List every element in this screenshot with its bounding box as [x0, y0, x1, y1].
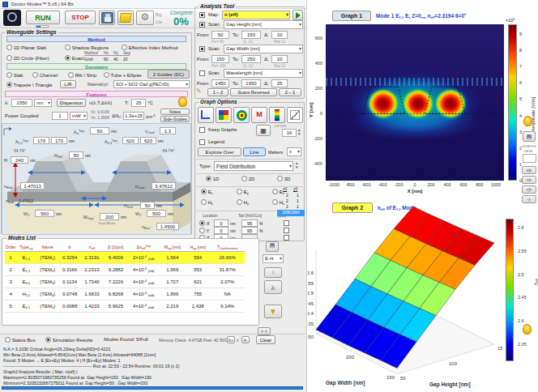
settings-button[interactable]: ⚙ — [136, 11, 154, 25]
loc-y-tail-input[interactable]: 95 — [241, 227, 258, 234]
graph2-surface-plot[interactable]: 250200150501001502.62.552.52.452.42.35Ga… — [308, 199, 502, 392]
keep-graphs-checkbox[interactable] — [199, 127, 205, 133]
save-button[interactable] — [99, 11, 115, 25]
font-bigger-button[interactable]: A+ — [227, 336, 235, 343]
lamp-icon[interactable] — [523, 116, 532, 126]
radio-effective-index[interactable]: Effective Index Method — [122, 45, 178, 50]
map-checkbox[interactable] — [199, 12, 205, 18]
a34-input-2[interactable]: 620 — [140, 137, 156, 144]
scan2-param-select[interactable]: Gap Width [nm] — [224, 45, 303, 53]
lambda-unit-select[interactable]: nm — [34, 99, 52, 107]
table-row[interactable]: 5E4,1(TEM5)0.00881.42335.96254×10-4 (std… — [5, 300, 245, 313]
lamp-icon[interactable] — [523, 324, 532, 334]
strip-button-2[interactable]: >|< — [522, 176, 536, 184]
w2-input[interactable]: 500 — [147, 210, 166, 217]
plot-line-button[interactable]: M — [251, 107, 267, 123]
explore-over-button[interactable]: Explore Over — [198, 147, 241, 156]
pencil-icon[interactable]: ✎ — [196, 87, 202, 95]
scan2-to-input[interactable]: 250 — [241, 55, 261, 63]
legend-checkbox[interactable] — [199, 139, 205, 145]
delta-nc-input[interactable]: 1.3e+15 — [123, 112, 144, 120]
spin-input[interactable]: 16 — [282, 129, 297, 137]
scan2-checkbox[interactable] — [199, 46, 205, 52]
radio-2d-circle-fiber[interactable]: 2D Circle (Fiber) — [6, 55, 49, 61]
plot-white-button[interactable] — [287, 107, 303, 123]
swap-2-1-button[interactable]: 2↔1 — [279, 88, 301, 96]
export-graph-button[interactable]: ▤ — [523, 131, 536, 142]
scroll-top-button[interactable]: « — [264, 267, 282, 278]
scroll-up-button[interactable]: ▲ — [264, 280, 282, 294]
strip-input[interactable] — [523, 154, 536, 163]
table-row[interactable]: 1E1,1(TEM1)0.32942.31919.40062×10-4 (std… — [5, 252, 245, 264]
stop-button[interactable]: STOP — [65, 11, 96, 24]
two-guides-dc-button[interactable]: 2 Guides (DC) — [147, 70, 190, 79]
material-select[interactable]: SOI + SiO2 Clad g(PECVD) — [113, 80, 190, 88]
loc-y-pos-input[interactable]: 0 — [214, 227, 228, 234]
scan1-checkbox[interactable] — [199, 22, 205, 28]
run-button[interactable]: RUN — [26, 11, 60, 24]
scroll-down-button[interactable]: ▼ — [264, 305, 282, 318]
ncore-input[interactable]: 3.47612 — [152, 182, 176, 190]
scan3-step-input[interactable]: 25 — [271, 79, 288, 87]
radio-tube-ellipse[interactable]: Tube + Ellipse — [104, 72, 142, 78]
radio-shadow-regions[interactable]: Shadow Regions — [65, 45, 109, 50]
plot-colorbar-button[interactable] — [269, 107, 285, 123]
notes-button[interactable]: Notes — [160, 109, 190, 115]
nslab-input[interactable]: 1.47013 — [20, 182, 45, 190]
simulation-results-radio[interactable]: Simulation Results — [45, 337, 92, 343]
loc-y-radio[interactable]: Y — [199, 228, 210, 233]
type-select[interactable]: Field Distribution — [214, 161, 293, 171]
mini-table-selection[interactable]: 2066/2664 — [277, 210, 305, 216]
a12-input-2[interactable]: 170 — [51, 137, 67, 144]
run-map-button[interactable] — [292, 10, 303, 20]
lamp-icon[interactable] — [178, 96, 187, 107]
a12-input-1[interactable]: 170 — [33, 137, 49, 144]
field-radio[interactable]: Hx — [201, 199, 213, 206]
type-spinner[interactable]: ▲▼ — [295, 161, 298, 169]
table-row[interactable]: 4H1,1(TEM4)0.07481.68336.82684×10-4 (std… — [5, 288, 245, 300]
graph1-plot[interactable] — [326, 24, 504, 181]
table-row[interactable]: 2E2,1(TEM2)0.31662.23139.28824×10-4 (std… — [5, 264, 245, 276]
power-unit-select[interactable]: mW — [70, 112, 88, 120]
dispersion-button[interactable]: Dispersion — [57, 99, 86, 107]
power-input[interactable]: 1 — [52, 112, 68, 120]
loc-x-radio[interactable]: X — [199, 220, 210, 226]
a34-input-1[interactable]: 620 — [122, 137, 139, 144]
scan1-to-input[interactable]: 150 — [241, 31, 261, 39]
field-radio[interactable]: Hy — [237, 199, 249, 206]
scan2-from-input[interactable]: 150 — [211, 55, 229, 63]
loc-x-pos-input[interactable]: 0 — [214, 219, 228, 227]
map-select[interactable]: n (eff) — [222, 11, 290, 19]
radio-rib-strip[interactable]: Rib / Strip — [68, 72, 96, 78]
print-button[interactable]: ▤ — [266, 241, 279, 252]
loc-x-cut-checkbox[interactable] — [284, 220, 289, 226]
scan3-checkbox[interactable] — [199, 70, 205, 76]
eh-select[interactable]: E-H — [263, 254, 284, 263]
hsub-input[interactable]: 50 — [140, 202, 155, 209]
grid-view-button[interactable]: ▦ — [256, 125, 271, 136]
side-guides-button[interactable]: Side-Guides — [160, 116, 190, 122]
clear-button[interactable]: Clear — [256, 335, 275, 344]
scans-reversed-button[interactable]: Scans Reversed — [230, 88, 277, 96]
dim-radio-2D[interactable]: 2D — [241, 176, 254, 181]
graph1-button[interactable]: Graph 1 — [332, 11, 371, 21]
strip-button-3[interactable]: <|> — [522, 185, 536, 194]
loc-x-tail-input[interactable]: 95 — [241, 219, 258, 227]
progress-scrollbar[interactable] — [2, 386, 303, 390]
scan3-param-select[interactable]: Wavelength [nm] — [224, 69, 303, 78]
wgap-input[interactable]: 200 — [100, 213, 119, 220]
nclad-top-input[interactable]: 1.3 — [160, 127, 176, 134]
radio-exact[interactable]: Exact — [65, 55, 84, 61]
scan2-step-input[interactable]: 10 — [271, 55, 288, 63]
nbox-input[interactable]: 1.4500 — [156, 223, 179, 230]
scan1-step-input[interactable]: 10 — [271, 31, 288, 39]
lr-button[interactable]: L/R — [60, 80, 76, 88]
export-button[interactable] — [117, 11, 134, 25]
dim-radio-3D[interactable]: 3D — [277, 176, 290, 181]
scan1-param-select[interactable]: Gap Height [nm] — [224, 20, 303, 29]
scan1-from-input[interactable]: 50 — [211, 31, 229, 39]
temperature-input[interactable]: 25 — [131, 99, 146, 107]
field-radio[interactable]: Ex — [201, 189, 213, 195]
atop-input[interactable]: 50 — [90, 127, 109, 134]
dim-radio-1D[interactable]: 1D — [206, 176, 219, 181]
